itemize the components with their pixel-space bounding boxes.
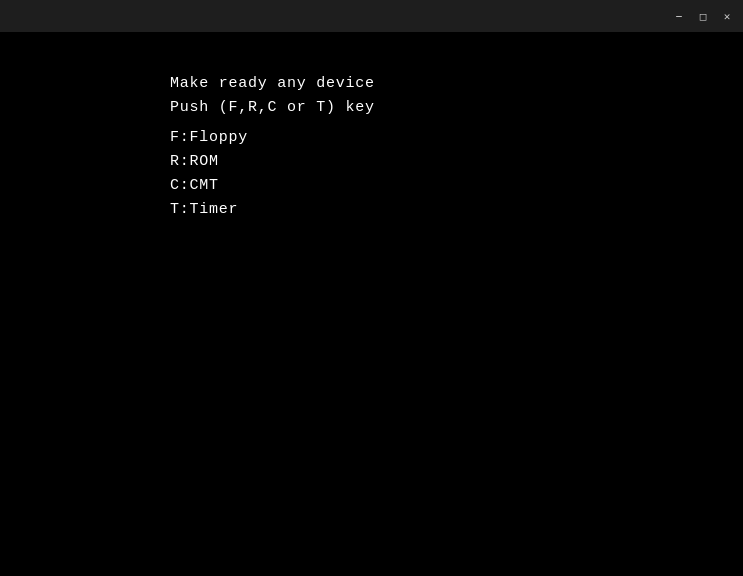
line-floppy: F:Floppy [170,126,248,150]
minimize-button[interactable]: − [671,8,687,24]
line-rom: R:ROM [170,150,219,174]
close-button[interactable]: ✕ [719,8,735,24]
maximize-button[interactable]: □ [695,8,711,24]
line-push-key: Push (F,R,C or T) key [170,96,375,120]
titlebar: − □ ✕ [0,0,743,32]
terminal-content: Make ready any device Push (F,R,C or T) … [0,32,743,576]
line-make-ready: Make ready any device [170,72,375,96]
line-timer: T:Timer [170,198,238,222]
line-cmt: C:CMT [170,174,219,198]
main-window: − □ ✕ Make ready any device Push (F,R,C … [0,0,743,576]
